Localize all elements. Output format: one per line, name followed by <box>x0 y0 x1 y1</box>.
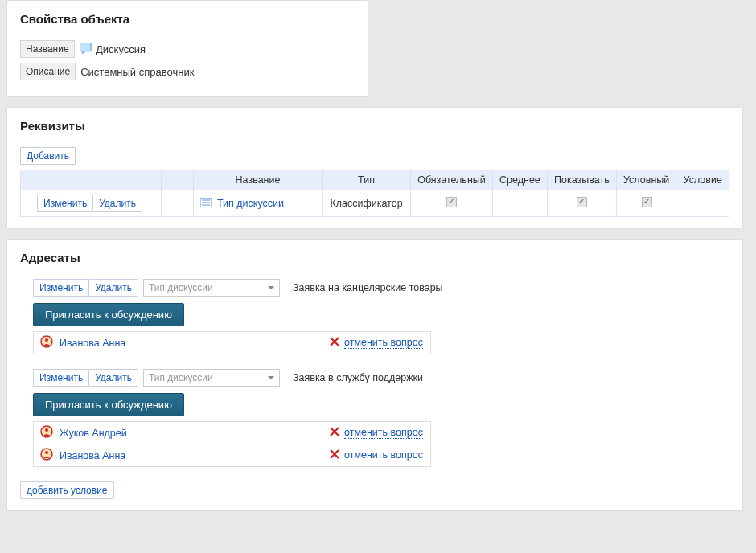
cancel-icon <box>330 449 339 461</box>
discussion-type-select[interactable]: Тип дискуссии <box>143 369 280 387</box>
prop-value-name-text: Дискуссия <box>96 43 146 55</box>
cancel-question-link[interactable]: отменить вопрос <box>344 449 423 461</box>
cancel-question-link[interactable]: отменить вопрос <box>344 337 423 349</box>
cancel-cell: отменить вопрос <box>323 422 431 444</box>
delete-button[interactable]: Удалить <box>92 195 142 212</box>
discussion-type-link[interactable]: Тип дискуссии <box>217 198 284 209</box>
prop-row-name: Название Дискуссия <box>20 40 355 58</box>
cell-blank <box>162 190 194 217</box>
edit-button[interactable]: Изменить <box>33 279 88 297</box>
th-conditional: Условный <box>616 170 676 190</box>
participant-row: Иванова Анна отменить вопрос <box>34 444 431 467</box>
prop-label-desc: Описание <box>20 63 76 80</box>
participants-table: Иванова Анна отменить вопрос <box>33 331 431 354</box>
th-required: Обязательный <box>411 170 493 190</box>
cancel-question-link[interactable]: отменить вопрос <box>344 427 423 439</box>
list-icon <box>200 198 212 210</box>
cancel-icon <box>330 337 339 349</box>
cancel-cell: отменить вопрос <box>323 332 431 354</box>
select-placeholder: Тип дискуссии <box>149 372 213 383</box>
edit-button[interactable]: Изменить <box>33 369 88 387</box>
select-placeholder: Тип дискуссии <box>149 282 213 293</box>
th-actions <box>21 170 162 190</box>
cell-average <box>492 190 547 217</box>
avatar-icon <box>40 448 53 463</box>
participant-row: Жуков Андрей отменить вопрос <box>34 422 431 444</box>
svg-rect-0 <box>80 43 91 51</box>
th-name: Название <box>194 170 323 190</box>
participant-name[interactable]: Жуков Андрей <box>60 428 127 439</box>
cell-condition <box>676 190 729 217</box>
participant-name[interactable]: Иванова Анна <box>60 450 125 461</box>
add-condition-button[interactable]: добавить условие <box>20 481 114 499</box>
panel-requisites: Реквизиты Добавить Название Тип Обязател… <box>6 107 743 229</box>
participant-cell: Иванова Анна <box>34 332 323 354</box>
show-checkbox <box>577 197 587 207</box>
edit-button[interactable]: Изменить <box>37 195 92 212</box>
panel-object-properties: Свойства объекта Название Дискуссия Опис… <box>6 0 368 97</box>
required-checkbox <box>446 197 457 207</box>
th-show: Показывать <box>547 170 616 190</box>
cancel-icon <box>330 427 339 439</box>
avatar-icon <box>40 335 53 350</box>
avatar-icon <box>40 425 53 440</box>
delete-button[interactable]: Удалить <box>88 369 138 387</box>
prop-label-name: Название <box>20 40 75 58</box>
table-row: Изменить Удалить Тип дискуссии Классифик… <box>21 190 729 217</box>
addressee-block-header: Изменить Удалить Тип дискуссии Заявка на… <box>33 279 729 297</box>
heading-properties: Свойства объекта <box>20 12 355 26</box>
prop-row-desc: Описание Системный справочник <box>20 63 355 80</box>
add-button[interactable]: Добавить <box>20 147 76 165</box>
th-condition: Условие <box>676 170 729 190</box>
invite-button[interactable]: Пригласить к обсуждению <box>33 393 184 416</box>
cell-show <box>547 190 616 217</box>
participant-cell: Иванова Анна <box>34 444 323 467</box>
cell-conditional <box>616 190 676 217</box>
prop-value-desc: Системный справочник <box>80 66 194 78</box>
cancel-cell: отменить вопрос <box>323 444 431 467</box>
svg-point-8 <box>45 428 48 432</box>
block-caption: Заявка на канцелярские товары <box>293 282 443 293</box>
addressee-block: Изменить Удалить Тип дискуссии Заявка в … <box>33 369 729 467</box>
requisites-table: Название Тип Обязательный Среднее Показы… <box>20 170 729 217</box>
cell-name: Тип дискуссии <box>194 190 323 217</box>
participant-row: Иванова Анна отменить вопрос <box>34 332 431 354</box>
delete-button[interactable]: Удалить <box>88 279 138 297</box>
th-type: Тип <box>323 170 411 190</box>
participant-cell: Жуков Андрей <box>34 422 323 444</box>
prop-value-name: Дискуссия <box>80 43 146 56</box>
heading-requisites: Реквизиты <box>20 119 729 133</box>
participant-name[interactable]: Иванова Анна <box>60 338 125 349</box>
discussion-icon <box>80 43 92 56</box>
th-blank <box>162 170 194 190</box>
discussion-type-select[interactable]: Тип дискуссии <box>143 279 280 297</box>
panel-addressees: Адресаты Изменить Удалить Тип дискуссии … <box>6 239 743 511</box>
block-caption: Заявка в службу поддержки <box>293 372 423 383</box>
cell-required <box>411 190 493 217</box>
svg-point-6 <box>45 338 48 342</box>
th-average: Среднее <box>492 170 547 190</box>
cell-actions: Изменить Удалить <box>21 190 162 217</box>
cell-type: Классификатор <box>323 190 411 217</box>
table-header-row: Название Тип Обязательный Среднее Показы… <box>21 170 729 190</box>
heading-addressees: Адресаты <box>20 251 729 264</box>
invite-button[interactable]: Пригласить к обсуждению <box>33 303 184 326</box>
svg-point-10 <box>45 451 48 454</box>
participants-table: Жуков Андрей отменить вопрос <box>33 421 431 467</box>
addressee-block: Изменить Удалить Тип дискуссии Заявка на… <box>33 279 729 354</box>
conditional-checkbox <box>642 197 652 207</box>
addressee-block-header: Изменить Удалить Тип дискуссии Заявка в … <box>33 369 729 387</box>
